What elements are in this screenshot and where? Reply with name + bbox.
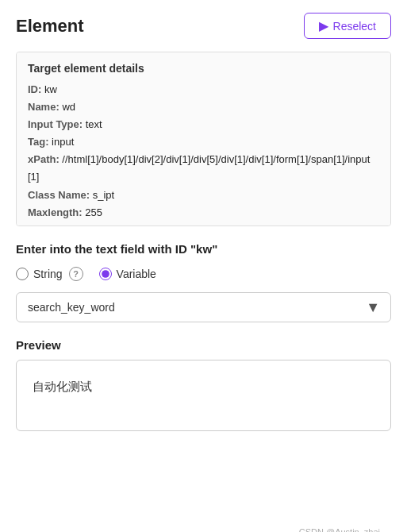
- string-label: String: [33, 268, 63, 280]
- variable-label: Variable: [117, 268, 156, 280]
- name-label: Name:: [28, 101, 60, 113]
- reselect-button[interactable]: ▶ Reselect: [304, 13, 391, 39]
- tag-value: input: [52, 136, 74, 148]
- detail-tag-row: Tag: input: [28, 133, 379, 151]
- preview-content: 自动化测试: [33, 380, 92, 393]
- details-box: Target element details ID: kw Name: wd I…: [16, 52, 391, 226]
- reselect-label: Reselect: [333, 20, 376, 33]
- variable-radio[interactable]: [99, 268, 112, 280]
- detail-maxlength-row: Maxlength: 255: [28, 204, 379, 222]
- detail-name-row: Name: wd: [28, 98, 379, 116]
- maxlength-value: 255: [85, 206, 102, 218]
- string-radio[interactable]: [16, 268, 29, 280]
- id-label: ID:: [28, 83, 41, 95]
- page-header: Element ▶ Reselect: [16, 13, 391, 39]
- maxlength-label: Maxlength:: [28, 206, 83, 218]
- variable-dropdown[interactable]: search_key_word: [16, 292, 391, 322]
- preview-section: Preview 自动化测试: [16, 338, 391, 431]
- watermark: CSDN @Austin_zhai: [299, 527, 380, 532]
- input-type-label: Input Type:: [28, 118, 83, 130]
- page-title: Element: [16, 16, 84, 37]
- details-title: Target element details: [28, 62, 379, 75]
- cursor-icon: ▶: [319, 18, 328, 33]
- input-section-title: Enter into the text field with ID "kw": [16, 242, 391, 256]
- radio-group: String ? Variable: [16, 267, 391, 281]
- input-type-value: text: [86, 118, 102, 130]
- detail-class-row: Class Name: s_ipt: [28, 187, 379, 204]
- help-icon[interactable]: ?: [69, 267, 83, 281]
- xpath-value: //html[1]/body[1]/div[2]/div[1]/div[5]/d…: [28, 153, 370, 183]
- detail-input-type-row: Input Type: text: [28, 116, 379, 133]
- dropdown-wrapper: search_key_word ▼: [16, 292, 391, 322]
- name-value: wd: [62, 101, 75, 113]
- input-section: Enter into the text field with ID "kw" S…: [16, 242, 391, 322]
- xpath-label: xPath:: [28, 153, 60, 165]
- preview-box: 自动化测试: [16, 360, 391, 431]
- detail-id-row: ID: kw: [28, 81, 379, 98]
- id-value: kw: [44, 83, 57, 95]
- detail-xpath-row: xPath: //html[1]/body[1]/div[2]/div[1]/d…: [28, 151, 379, 186]
- page-wrapper: Element ▶ Reselect Target element detail…: [16, 13, 391, 532]
- tag-label: Tag:: [28, 136, 48, 148]
- preview-title: Preview: [16, 338, 391, 352]
- class-label: Class Name:: [28, 189, 90, 201]
- class-value: s_ipt: [93, 189, 114, 201]
- string-option[interactable]: String ?: [16, 267, 83, 281]
- variable-option[interactable]: Variable: [99, 268, 156, 280]
